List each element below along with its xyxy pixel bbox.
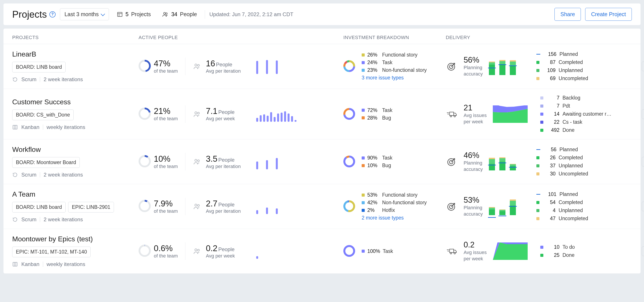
delivery-status-item: 87 Completed (536, 59, 588, 65)
delivery-cell: 56% Planningaccuracy 156 Planned 87 (446, 51, 642, 81)
delivery-status-item: 101 Planned (536, 191, 588, 197)
svg-rect-18 (13, 125, 17, 129)
truck-icon (446, 110, 457, 118)
project-cadence: 2 week iterations (44, 172, 83, 178)
row-actions-button[interactable]: ⋯ (642, 62, 644, 71)
active-people-cell: 0.6% of the team 0.2People Avg per week (138, 242, 256, 260)
project-name[interactable]: Workflow (12, 145, 138, 154)
delivery-status-item: 10 To do (540, 244, 575, 250)
delivery-status-item: 492 Done (540, 127, 612, 133)
projects-icon (117, 11, 123, 18)
svg-point-29 (454, 115, 456, 117)
project-method: Scrum (21, 172, 36, 178)
people-avg-value: 16 (206, 59, 215, 68)
svg-rect-27 (450, 112, 454, 115)
sparkline-cell (256, 106, 343, 122)
kanban-icon (12, 261, 18, 267)
investment-legend-item: 42% Non-functional story (362, 200, 427, 206)
project-cadence: 2 week iterations (44, 216, 83, 223)
projects-count-value: 5 (126, 11, 128, 18)
delivery-statuses: 56 Planned 26 Completed 37 Unplanned 30 … (536, 147, 588, 177)
svg-point-34 (195, 159, 197, 162)
row-actions-button[interactable]: ⋯ (642, 157, 644, 167)
project-method: Scrum (21, 76, 36, 82)
project-tag[interactable]: BOARD: LINB board (12, 62, 66, 72)
share-button[interactable]: Share (554, 8, 581, 21)
team-percent-value: 7.9% (154, 199, 178, 208)
delivery-area-chart (493, 242, 528, 260)
help-icon[interactable]: ? (50, 11, 56, 18)
project-method: Scrum (21, 216, 36, 223)
svg-point-59 (198, 249, 199, 251)
delivery-status-item: 7 Backlog (540, 95, 612, 101)
delivery-stacked-bars (489, 153, 524, 171)
scrum-icon (12, 77, 18, 82)
investment-more-link[interactable]: 3 more issue types (362, 75, 427, 81)
svg-point-7 (195, 64, 197, 66)
people-avg-value: 0.2 (206, 244, 218, 253)
investment-legend-item: 28% Bug (362, 115, 392, 121)
delivery-status-item: 26 Completed (536, 155, 588, 161)
projects-table: PROJECTS ACTIVE PEOPLE INVESTMENT BREAKD… (4, 29, 640, 273)
delivery-status-item: 22 Cs - task (540, 119, 612, 125)
create-project-button[interactable]: Create Project (585, 8, 632, 21)
project-name[interactable]: Customer Success (12, 98, 138, 106)
project-tag[interactable]: BOARD: Moontower Board (12, 157, 80, 168)
project-name[interactable]: A Team (12, 190, 138, 198)
col-header-projects: PROJECTS (12, 35, 138, 40)
table-column-headers: PROJECTS ACTIVE PEOPLE INVESTMENT BREAKD… (4, 29, 640, 44)
investment-legend-item: 72% Task (362, 107, 392, 113)
project-tag[interactable]: EPIC: LINB-2901 (68, 202, 114, 213)
delivery-status-item: 56 Planned (536, 147, 588, 153)
investment-legend-item: 23% Non-functional story (362, 67, 427, 73)
investment-legend-item: 24% Task (362, 60, 427, 65)
chevron-down-icon (101, 12, 105, 16)
people-avg-sublabel: Avg per iteration (206, 68, 241, 74)
project-name[interactable]: LinearB (12, 50, 138, 58)
investment-more-link[interactable]: 2 more issue types (362, 215, 427, 221)
svg-point-33 (140, 156, 150, 167)
people-pair-icon (193, 203, 202, 210)
delivery-cell: 53% Planningaccuracy 101 Planned 54 (446, 191, 642, 221)
truck-icon (446, 247, 457, 255)
svg-point-60 (344, 246, 354, 256)
date-filter-dropdown[interactable]: Last 3 months (60, 8, 109, 20)
investment-cell: 72% Task 28% Bug (343, 107, 446, 121)
col-header-delivery: DELIVERY (446, 35, 642, 40)
project-row: Customer Success BOARD: CS_with_Done Kan… (4, 89, 640, 139)
svg-point-28 (450, 115, 452, 117)
page-title: Projects (12, 9, 47, 20)
project-tag[interactable]: BOARD: CS_with_Done (12, 109, 74, 120)
header-divider (205, 10, 205, 19)
team-percent-value: 10% (154, 154, 178, 164)
svg-point-57 (140, 245, 150, 256)
row-actions-button[interactable]: ⋯ (642, 246, 644, 256)
investment-cell: 100% Task (343, 245, 446, 257)
delivery-stacked-bars (489, 198, 524, 215)
investment-legend-item: 2% Hotfix (362, 207, 427, 213)
row-actions-button[interactable]: ⋯ (642, 202, 644, 211)
project-row: Workflow BOARD: Moontower Board Scrum 2 … (4, 139, 640, 184)
delivery-status-item: 109 Unplanned (536, 67, 588, 73)
project-cadence: weekly iterations (46, 261, 85, 267)
col-header-investment: INVESTMENT BREAKDOWN (343, 35, 446, 40)
project-tag[interactable]: EPIC: MT-101, MT-102, MT-140 (12, 247, 91, 257)
people-avg-value: 2.7 (206, 199, 218, 208)
svg-point-3 (164, 12, 166, 14)
project-tag[interactable]: BOARD: LINB board (12, 202, 66, 213)
investment-donut (343, 156, 356, 168)
row-actions-button[interactable]: ⋯ (642, 109, 644, 119)
people-avg-sublabel: Avg per week (206, 116, 235, 121)
project-name[interactable]: Moontower by Epics (test) (12, 235, 138, 243)
investment-legend-item: 26% Functional story (362, 52, 427, 58)
investment-donut (343, 200, 356, 213)
team-percent-donut (138, 155, 152, 168)
target-icon (446, 201, 457, 212)
delivery-statuses: 10 To do 25 Done (540, 244, 575, 258)
people-count-value: 34 (171, 11, 177, 18)
project-info-cell: Moontower by Epics (test) EPIC: MT-101, … (12, 235, 138, 267)
people-sparkline (256, 106, 343, 122)
team-percent-value: 21% (154, 106, 178, 116)
svg-point-43 (195, 204, 197, 206)
projects-count-stat: 5 Projects (113, 11, 154, 18)
